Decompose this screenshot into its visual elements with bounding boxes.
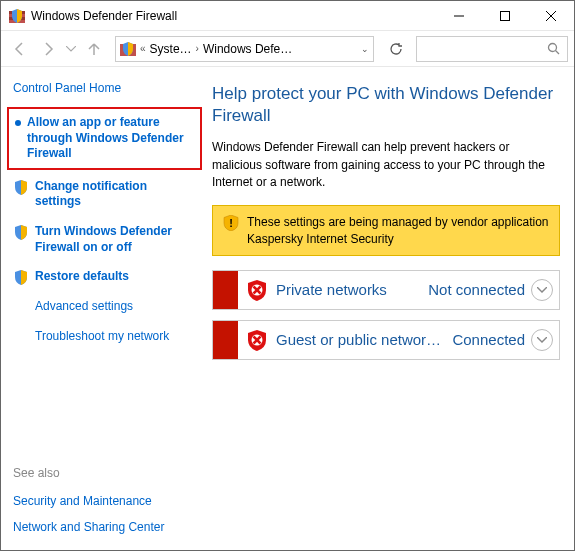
chevron-down-icon bbox=[537, 287, 547, 293]
advanced-settings-label: Advanced settings bbox=[35, 299, 133, 315]
svg-line-9 bbox=[556, 50, 560, 54]
shield-icon bbox=[13, 179, 29, 195]
public-networks-label: Guest or public networ… bbox=[276, 331, 452, 348]
refresh-button[interactable] bbox=[382, 36, 410, 62]
shield-icon bbox=[13, 224, 29, 240]
chevron-down-icon bbox=[537, 337, 547, 343]
breadcrumb-sep-icon: « bbox=[140, 43, 146, 54]
maximize-button[interactable] bbox=[482, 1, 528, 31]
chevron-right-icon: › bbox=[196, 43, 199, 54]
troubleshoot-link[interactable]: Troubleshoot my network bbox=[13, 322, 196, 352]
close-button[interactable] bbox=[528, 1, 574, 31]
refresh-icon bbox=[389, 42, 403, 56]
shield-blocked-icon bbox=[246, 279, 268, 301]
svg-rect-4 bbox=[501, 11, 510, 20]
arrow-left-icon bbox=[12, 41, 28, 57]
arrow-right-icon bbox=[40, 41, 56, 57]
firewall-app-icon bbox=[9, 8, 25, 24]
change-notification-link[interactable]: Change notification settings bbox=[13, 172, 196, 217]
arrow-up-icon bbox=[86, 41, 102, 57]
bullet-icon bbox=[15, 120, 21, 126]
window-title: Windows Defender Firewall bbox=[31, 9, 436, 23]
troubleshoot-label: Troubleshoot my network bbox=[35, 329, 169, 345]
control-panel-home-link[interactable]: Control Panel Home bbox=[13, 81, 196, 105]
shield-blocked-icon bbox=[246, 329, 268, 351]
shield-warning-icon: ! bbox=[223, 215, 239, 231]
expand-private-button[interactable] bbox=[531, 279, 553, 301]
expand-public-button[interactable] bbox=[531, 329, 553, 351]
private-networks-status: Not connected bbox=[428, 281, 525, 298]
chevron-down-icon bbox=[66, 46, 76, 52]
forward-button[interactable] bbox=[35, 35, 61, 63]
firewall-breadcrumb-icon bbox=[120, 41, 136, 57]
shield-icon bbox=[13, 269, 29, 285]
allow-app-label: Allow an app or feature through Windows … bbox=[27, 115, 194, 162]
status-bar-red bbox=[213, 321, 238, 359]
maximize-icon bbox=[500, 11, 510, 21]
page-heading: Help protect your PC with Windows Defend… bbox=[212, 83, 560, 127]
recent-dropdown[interactable] bbox=[63, 35, 79, 63]
search-input[interactable] bbox=[416, 36, 568, 62]
warning-banner: ! These settings are being managed by ve… bbox=[212, 205, 560, 255]
sidebar: Control Panel Home Allow an app or featu… bbox=[1, 67, 206, 550]
chevron-down-icon[interactable]: ⌄ bbox=[361, 44, 369, 54]
restore-defaults-label: Restore defaults bbox=[35, 269, 129, 285]
warning-text: These settings are being managed by vend… bbox=[247, 214, 549, 246]
search-icon bbox=[547, 42, 561, 56]
public-networks-status: Connected bbox=[452, 331, 525, 348]
breadcrumb-item-system[interactable]: Syste… bbox=[150, 42, 192, 56]
turn-onoff-link[interactable]: Turn Windows Defender Firewall on or off bbox=[13, 217, 196, 262]
breadcrumb-item-firewall[interactable]: Windows Defe… bbox=[203, 42, 292, 56]
navbar: « Syste… › Windows Defe… ⌄ bbox=[1, 31, 574, 67]
public-networks-row[interactable]: Guest or public networ… Connected bbox=[212, 320, 560, 360]
breadcrumb[interactable]: « Syste… › Windows Defe… ⌄ bbox=[115, 36, 374, 62]
status-bar-red bbox=[213, 271, 238, 309]
private-networks-label: Private networks bbox=[276, 281, 428, 298]
security-maintenance-link[interactable]: Security and Maintenance bbox=[13, 488, 196, 514]
allow-app-link[interactable]: Allow an app or feature through Windows … bbox=[15, 115, 194, 162]
minimize-button[interactable] bbox=[436, 1, 482, 31]
titlebar: Windows Defender Firewall bbox=[1, 1, 574, 31]
restore-defaults-link[interactable]: Restore defaults bbox=[13, 262, 196, 292]
back-button[interactable] bbox=[7, 35, 33, 63]
page-description: Windows Defender Firewall can help preve… bbox=[212, 139, 560, 191]
network-sharing-link[interactable]: Network and Sharing Center bbox=[13, 514, 196, 540]
main-panel: Help protect your PC with Windows Defend… bbox=[206, 67, 574, 550]
change-notification-label: Change notification settings bbox=[35, 179, 196, 210]
see-also-heading: See also bbox=[13, 466, 196, 480]
private-networks-row[interactable]: Private networks Not connected bbox=[212, 270, 560, 310]
advanced-settings-link[interactable]: Advanced settings bbox=[13, 292, 196, 322]
up-button[interactable] bbox=[81, 35, 107, 63]
minimize-icon bbox=[454, 11, 464, 21]
turn-onoff-label: Turn Windows Defender Firewall on or off bbox=[35, 224, 196, 255]
highlighted-link-box: Allow an app or feature through Windows … bbox=[7, 107, 202, 170]
svg-point-8 bbox=[549, 43, 557, 51]
svg-text:!: ! bbox=[229, 217, 233, 229]
close-icon bbox=[546, 11, 556, 21]
